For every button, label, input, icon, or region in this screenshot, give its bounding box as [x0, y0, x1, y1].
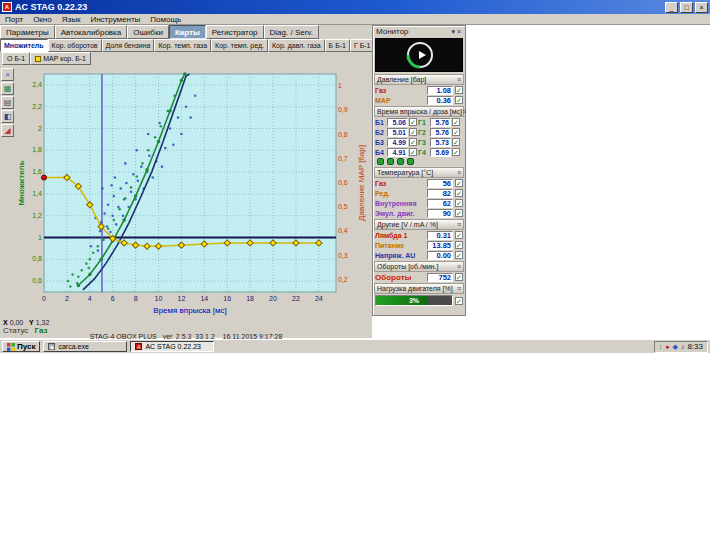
window-title: AC STAG 0.22.23	[15, 2, 665, 12]
svg-text:0,8: 0,8	[338, 131, 348, 138]
checkbox[interactable]: ✓	[409, 118, 417, 126]
svg-text:0,3: 0,3	[338, 252, 348, 259]
client-area: Параметры Автокалибровка Ошибки Карты Ре…	[0, 25, 710, 338]
svg-text:8: 8	[134, 295, 138, 302]
checkbox[interactable]: ✓	[455, 199, 463, 207]
tab-maps[interactable]: Карты	[169, 25, 206, 39]
menu-bar: Порт Окно Язык Инструменты Помощь	[0, 14, 710, 25]
monitor-close-icon[interactable]: ×	[456, 28, 462, 35]
checkbox[interactable]: ✓	[455, 241, 463, 249]
svg-text:Множитель: Множитель	[17, 160, 26, 205]
section-menu-icon[interactable]: ≡	[457, 169, 461, 176]
checkbox[interactable]: ✓	[455, 189, 463, 197]
sub-tab-bar: О Б-1 МАР кор. Б-1	[0, 52, 372, 65]
checkbox[interactable]: ✓	[455, 231, 463, 239]
start-button[interactable]: Пуск	[2, 341, 40, 352]
checkbox[interactable]: ✓	[409, 138, 417, 146]
menu-port[interactable]: Порт	[0, 15, 28, 24]
checkbox[interactable]: ✓	[455, 251, 463, 259]
svg-text:1,4: 1,4	[32, 190, 42, 197]
checkbox[interactable]: ✓	[409, 148, 417, 156]
section-menu-icon[interactable]: ≡	[457, 76, 461, 83]
multiplier-map-chart[interactable]: 0246810121416182022240,60,811,21,41,61,8…	[16, 66, 370, 318]
svg-text:22: 22	[292, 295, 300, 302]
tray-status-icon[interactable]: ●	[665, 342, 669, 352]
tab-errors[interactable]: Ошибки	[127, 25, 169, 39]
checkbox[interactable]: ✓	[452, 118, 460, 126]
svg-text:1: 1	[338, 82, 342, 89]
svg-text:0,6: 0,6	[338, 179, 348, 186]
checkbox[interactable]: ✓	[455, 96, 463, 104]
tab-g-b1[interactable]: Г Б-1	[350, 39, 375, 52]
checkbox[interactable]: ✓	[452, 138, 460, 146]
checkbox[interactable]: ✓	[452, 128, 460, 136]
svg-text:Давление MAP [бар]: Давление MAP [бар]	[357, 145, 366, 221]
svg-text:1,8: 1,8	[32, 146, 42, 153]
monitor-row-lambda: Лямбда 1 0.31 ✓	[373, 230, 465, 240]
menu-help[interactable]: Помощь	[145, 15, 186, 24]
svg-text:0: 0	[42, 295, 46, 302]
svg-text:0,8: 0,8	[32, 255, 42, 262]
tab-gas-pressure-correction[interactable]: Кор. давл. газа	[268, 39, 325, 52]
tab-o-b1[interactable]: О Б-1	[2, 52, 30, 65]
section-menu-icon[interactable]: ≡	[457, 285, 461, 292]
section-menu-icon[interactable]: ≡	[462, 108, 466, 115]
tab-recorder[interactable]: Регистратор	[206, 25, 264, 39]
section-load-header: Нагрузка двигателя [%]≡	[374, 283, 464, 294]
checkbox[interactable]: ✓	[409, 128, 417, 136]
task-button-ac-stag[interactable]: A AC STAG 0.22.23	[130, 341, 214, 352]
checkbox[interactable]: ✓	[455, 297, 463, 305]
injector-icon	[387, 158, 394, 165]
tab-reducer-temp-correction[interactable]: Кор. темп. ред.	[211, 39, 268, 52]
monitor-row-injector-3: Б3 4.99 ✓ Г3 5.73 ✓	[373, 137, 465, 147]
monitor-row-reducer-temp: Ред. 82 ✓	[373, 188, 465, 198]
monitor-row-aux-voltage: Напряж. AU 0.00 ✓	[373, 250, 465, 260]
svg-text:0,5: 0,5	[338, 203, 348, 210]
table-icon[interactable]: ◧	[1, 110, 14, 123]
svg-text:24: 24	[315, 295, 323, 302]
monitor-row-supply-voltage: Питание 13.85 ✓	[373, 240, 465, 250]
tray-misc-icon[interactable]: ◆	[673, 342, 678, 352]
menu-tools[interactable]: Инструменты	[85, 15, 145, 24]
checkbox[interactable]: ✓	[452, 148, 460, 156]
svg-text:12: 12	[178, 295, 186, 302]
tab-gas-temp-correction[interactable]: Кор. темп. газа	[154, 39, 211, 52]
print-icon[interactable]: ▤	[1, 96, 14, 109]
tab-map-corr-b1[interactable]: МАР кор. Б-1	[30, 52, 91, 65]
chart-mode-icon[interactable]: ◢	[1, 124, 14, 137]
tab-rpm-correction[interactable]: Кор. оборотов	[48, 39, 102, 52]
section-pressure-header: Давление [бар]≡	[374, 74, 464, 85]
menu-window[interactable]: Окно	[28, 15, 57, 24]
clear-icon[interactable]: ×	[1, 68, 14, 81]
tab-petrol-share[interactable]: Доля бензина	[102, 39, 155, 52]
chart-canvas[interactable]: 0246810121416182022240,60,811,21,41,61,8…	[16, 66, 370, 318]
engine-load-row: 3% ✓	[373, 294, 465, 307]
maximize-button[interactable]: □	[680, 2, 693, 13]
tray-volume-icon[interactable]: ♪	[681, 342, 685, 352]
system-tray: ↕ ● ◆ ♪ 8:33	[654, 341, 708, 353]
menu-language[interactable]: Язык	[57, 15, 86, 24]
grid-icon[interactable]: ▦	[1, 82, 14, 95]
close-button[interactable]: ×	[695, 2, 708, 13]
taskbar: Пуск ▣ carca.exe A AC STAG 0.22.23 ↕ ● ◆…	[0, 339, 710, 353]
svg-text:14: 14	[200, 295, 208, 302]
section-menu-icon[interactable]: ≡	[457, 221, 461, 228]
monitor-row-engine-emul-temp: Эмул. двиг. 90 ✓	[373, 208, 465, 218]
monitor-row-gas-temp: Газ 56 ✓	[373, 178, 465, 188]
tab-b-b1[interactable]: Б Б-1	[325, 39, 350, 52]
tab-parameters[interactable]: Параметры	[0, 25, 55, 39]
tab-diag-serv[interactable]: Diag. / Serv.	[264, 25, 319, 39]
tray-updown-icon[interactable]: ↕	[659, 342, 663, 352]
svg-text:18: 18	[246, 295, 254, 302]
checkbox[interactable]: ✓	[455, 209, 463, 217]
tab-autocalibration[interactable]: Автокалибровка	[55, 25, 128, 39]
checkbox[interactable]: ✓	[455, 179, 463, 187]
checkbox[interactable]: ✓	[455, 86, 463, 94]
task-button-carca[interactable]: ▣ carca.exe	[43, 341, 127, 352]
checkbox[interactable]: ✓	[455, 273, 463, 281]
monitor-row-injector-1: Б1 5.06 ✓ Г1 5.76 ✓	[373, 117, 465, 127]
minimize-button[interactable]: _	[665, 2, 678, 13]
tab-multiplier[interactable]: Множитель	[0, 39, 48, 52]
section-menu-icon[interactable]: ≡	[457, 263, 461, 270]
svg-text:10: 10	[155, 295, 163, 302]
